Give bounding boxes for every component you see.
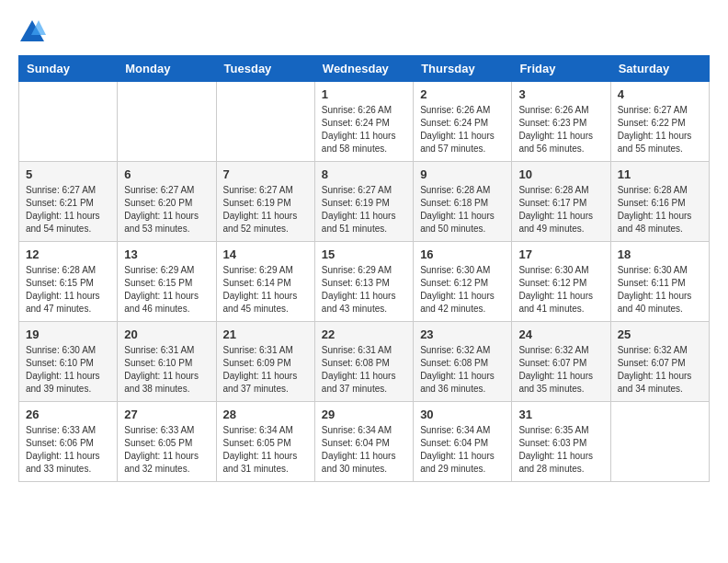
day-info: Sunrise: 6:30 AM Sunset: 6:12 PM Dayligh… [420,264,505,316]
calendar-cell: 1Sunrise: 6:26 AM Sunset: 6:24 PM Daylig… [314,82,413,162]
weekday-header: Sunday [19,56,118,82]
day-info: Sunrise: 6:31 AM Sunset: 6:10 PM Dayligh… [124,344,209,396]
day-info: Sunrise: 6:29 AM Sunset: 6:14 PM Dayligh… [223,264,308,316]
calendar-cell: 23Sunrise: 6:32 AM Sunset: 6:08 PM Dayli… [414,322,512,402]
calendar-cell: 25Sunrise: 6:32 AM Sunset: 6:07 PM Dayli… [610,322,709,402]
calendar-cell: 16Sunrise: 6:30 AM Sunset: 6:12 PM Dayli… [414,242,512,322]
calendar-cell: 7Sunrise: 6:27 AM Sunset: 6:19 PM Daylig… [216,162,314,242]
calendar-week-row: 26Sunrise: 6:33 AM Sunset: 6:06 PM Dayli… [19,402,710,482]
calendar-cell: 29Sunrise: 6:34 AM Sunset: 6:04 PM Dayli… [314,402,413,482]
day-number: 1 [322,87,406,101]
calendar-cell: 5Sunrise: 6:27 AM Sunset: 6:21 PM Daylig… [19,162,118,242]
calendar-cell: 11Sunrise: 6:28 AM Sunset: 6:16 PM Dayli… [610,162,709,242]
calendar-week-row: 12Sunrise: 6:28 AM Sunset: 6:15 PM Dayli… [19,242,710,322]
calendar-cell [216,82,314,162]
day-number: 10 [518,167,603,181]
day-number: 17 [518,247,603,261]
calendar-week-row: 19Sunrise: 6:30 AM Sunset: 6:10 PM Dayli… [19,322,710,402]
weekday-header: Wednesday [314,56,413,82]
day-info: Sunrise: 6:27 AM Sunset: 6:19 PM Dayligh… [322,184,406,236]
day-info: Sunrise: 6:34 AM Sunset: 6:04 PM Dayligh… [322,424,406,476]
calendar-cell: 14Sunrise: 6:29 AM Sunset: 6:14 PM Dayli… [216,242,314,322]
weekday-header: Saturday [610,56,709,82]
calendar-cell: 6Sunrise: 6:27 AM Sunset: 6:20 PM Daylig… [118,162,216,242]
day-info: Sunrise: 6:28 AM Sunset: 6:16 PM Dayligh… [618,184,702,236]
day-number: 27 [124,408,209,421]
calendar-cell: 26Sunrise: 6:33 AM Sunset: 6:06 PM Dayli… [19,402,118,482]
day-number: 21 [223,327,308,341]
day-info: Sunrise: 6:31 AM Sunset: 6:08 PM Dayligh… [322,344,406,396]
day-info: Sunrise: 6:26 AM Sunset: 6:24 PM Dayligh… [322,104,406,155]
calendar-cell: 2Sunrise: 6:26 AM Sunset: 6:24 PM Daylig… [414,82,512,162]
day-info: Sunrise: 6:35 AM Sunset: 6:03 PM Dayligh… [518,424,603,476]
day-number: 11 [618,167,702,181]
day-info: Sunrise: 6:32 AM Sunset: 6:07 PM Dayligh… [518,344,603,396]
day-info: Sunrise: 6:28 AM Sunset: 6:17 PM Dayligh… [518,184,603,236]
calendar-cell: 10Sunrise: 6:28 AM Sunset: 6:17 PM Dayli… [512,162,610,242]
calendar-week-row: 5Sunrise: 6:27 AM Sunset: 6:21 PM Daylig… [19,162,710,242]
calendar-cell: 28Sunrise: 6:34 AM Sunset: 6:05 PM Dayli… [216,402,314,482]
calendar-cell: 3Sunrise: 6:26 AM Sunset: 6:23 PM Daylig… [512,82,610,162]
calendar-cell: 15Sunrise: 6:29 AM Sunset: 6:13 PM Dayli… [314,242,413,322]
calendar-cell: 31Sunrise: 6:35 AM Sunset: 6:03 PM Dayli… [512,402,610,482]
day-info: Sunrise: 6:32 AM Sunset: 6:08 PM Dayligh… [420,344,505,396]
day-info: Sunrise: 6:29 AM Sunset: 6:15 PM Dayligh… [124,264,209,316]
day-number: 31 [518,408,603,421]
day-number: 26 [26,408,110,421]
day-number: 3 [518,87,603,101]
day-info: Sunrise: 6:33 AM Sunset: 6:05 PM Dayligh… [124,424,209,476]
day-number: 7 [223,167,308,181]
day-info: Sunrise: 6:28 AM Sunset: 6:18 PM Dayligh… [420,184,505,236]
calendar-cell [610,402,709,482]
calendar-cell: 18Sunrise: 6:30 AM Sunset: 6:11 PM Dayli… [610,242,709,322]
day-info: Sunrise: 6:32 AM Sunset: 6:07 PM Dayligh… [618,344,702,396]
calendar-table: SundayMondayTuesdayWednesdayThursdayFrid… [18,55,710,482]
day-info: Sunrise: 6:34 AM Sunset: 6:04 PM Dayligh… [420,424,505,476]
day-number: 23 [420,327,505,341]
weekday-header: Thursday [414,56,512,82]
day-info: Sunrise: 6:26 AM Sunset: 6:23 PM Dayligh… [518,104,603,155]
day-number: 13 [124,247,209,261]
calendar-cell: 22Sunrise: 6:31 AM Sunset: 6:08 PM Dayli… [314,322,413,402]
calendar-cell: 27Sunrise: 6:33 AM Sunset: 6:05 PM Dayli… [118,402,216,482]
day-number: 25 [618,327,702,341]
day-info: Sunrise: 6:29 AM Sunset: 6:13 PM Dayligh… [322,264,406,316]
day-info: Sunrise: 6:27 AM Sunset: 6:21 PM Dayligh… [26,184,110,236]
weekday-header: Tuesday [216,56,314,82]
day-number: 16 [420,247,505,261]
calendar-header-row: SundayMondayTuesdayWednesdayThursdayFrid… [19,56,710,82]
day-info: Sunrise: 6:30 AM Sunset: 6:11 PM Dayligh… [618,264,702,316]
calendar-cell: 12Sunrise: 6:28 AM Sunset: 6:15 PM Dayli… [19,242,118,322]
calendar-cell: 21Sunrise: 6:31 AM Sunset: 6:09 PM Dayli… [216,322,314,402]
calendar-cell: 17Sunrise: 6:30 AM Sunset: 6:12 PM Dayli… [512,242,610,322]
day-number: 15 [322,247,406,261]
calendar-cell: 9Sunrise: 6:28 AM Sunset: 6:18 PM Daylig… [414,162,512,242]
day-info: Sunrise: 6:30 AM Sunset: 6:10 PM Dayligh… [26,344,110,396]
page-header [18,18,710,46]
calendar-cell: 24Sunrise: 6:32 AM Sunset: 6:07 PM Dayli… [512,322,610,402]
day-number: 14 [223,247,308,261]
calendar-cell [19,82,118,162]
calendar-week-row: 1Sunrise: 6:26 AM Sunset: 6:24 PM Daylig… [19,82,710,162]
day-info: Sunrise: 6:27 AM Sunset: 6:22 PM Dayligh… [618,104,702,155]
day-number: 28 [223,408,308,421]
day-info: Sunrise: 6:34 AM Sunset: 6:05 PM Dayligh… [223,424,308,476]
day-info: Sunrise: 6:28 AM Sunset: 6:15 PM Dayligh… [26,264,110,316]
day-number: 24 [518,327,603,341]
day-number: 2 [420,87,505,101]
day-info: Sunrise: 6:26 AM Sunset: 6:24 PM Dayligh… [420,104,505,155]
calendar-cell: 30Sunrise: 6:34 AM Sunset: 6:04 PM Dayli… [414,402,512,482]
calendar-cell: 4Sunrise: 6:27 AM Sunset: 6:22 PM Daylig… [610,82,709,162]
day-number: 9 [420,167,505,181]
calendar-cell: 20Sunrise: 6:31 AM Sunset: 6:10 PM Dayli… [118,322,216,402]
day-number: 4 [618,87,702,101]
day-number: 29 [322,408,406,421]
day-info: Sunrise: 6:30 AM Sunset: 6:12 PM Dayligh… [518,264,603,316]
day-number: 5 [26,167,110,181]
logo [18,18,50,46]
day-number: 12 [26,247,110,261]
weekday-header: Friday [512,56,610,82]
day-number: 20 [124,327,209,341]
day-number: 30 [420,408,505,421]
calendar-cell: 8Sunrise: 6:27 AM Sunset: 6:19 PM Daylig… [314,162,413,242]
